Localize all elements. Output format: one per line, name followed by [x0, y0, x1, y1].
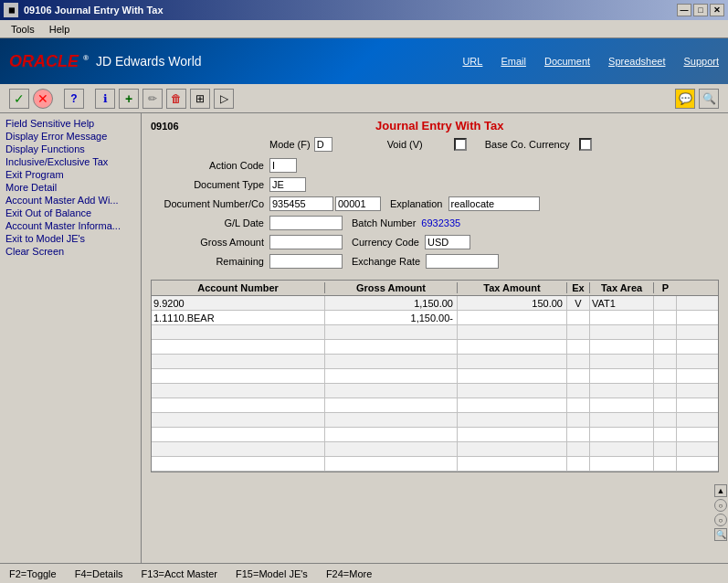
base-currency-label: Base Co. Currency — [485, 139, 570, 150]
info-button[interactable]: ℹ — [95, 89, 115, 109]
table-row[interactable]: 9.9200 1,150.00 150.00 V VAT1 — [152, 296, 718, 311]
add-button[interactable]: + — [119, 89, 139, 109]
mode-input[interactable] — [314, 137, 332, 152]
check-button[interactable]: ✓ — [9, 89, 29, 109]
scroll-up-btn[interactable]: ▲ — [714, 484, 727, 497]
action-code-input[interactable] — [269, 158, 297, 173]
nav-spreadsheet[interactable]: Spreadsheet — [608, 56, 665, 67]
sidebar-clear-screen[interactable]: Clear Screen — [2, 245, 139, 258]
menu-tools[interactable]: Tools — [4, 22, 42, 37]
cell-p-4 — [654, 355, 677, 368]
table-row[interactable]: 1.1110.BEAR 1,150.00- — [152, 311, 718, 325]
chat-button[interactable]: 💬 — [675, 89, 695, 109]
delete-button[interactable]: 🗑 — [166, 89, 186, 109]
shortcut-f13: F13=Acct Master — [142, 568, 217, 579]
sidebar-field-sensitive-help[interactable]: Field Sensitive Help — [2, 117, 139, 130]
window-icon: ◼ — [4, 3, 18, 17]
cell-tax-9 — [458, 428, 567, 441]
document-number-label: Document Number/Co — [151, 198, 269, 209]
base-currency-checkbox[interactable] — [579, 138, 592, 151]
form-id: 09106 — [151, 121, 179, 132]
title-bar: ◼ 09106 Journal Entry With Tax — □ ✕ — [0, 0, 728, 20]
minimize-button[interactable]: — — [677, 4, 691, 16]
scroll-circle1[interactable]: ○ — [714, 499, 727, 512]
exchange-rate-input[interactable] — [426, 254, 499, 269]
sidebar-inclusive-exclusive-tax[interactable]: Inclusive/Exclusive Tax — [2, 155, 139, 168]
currency-code-input[interactable] — [425, 235, 470, 249]
table-row[interactable] — [152, 413, 718, 428]
table-row[interactable] — [152, 384, 718, 398]
form-left-col: Action Code Document Type Document Numbe… — [151, 157, 719, 272]
table-row[interactable] — [152, 369, 718, 384]
toolbar: ✓ ✕ ? ℹ + ✏ 🗑 ⊞ ▷ 💬 🔍 — [0, 84, 728, 113]
cell-gross-7 — [325, 398, 458, 412]
nav-url[interactable]: URL — [462, 56, 482, 67]
copy-button[interactable]: ⊞ — [190, 89, 210, 109]
menu-help[interactable]: Help — [42, 22, 78, 37]
form-area: 09106 Journal Entry With Tax Mode (F) Vo… — [142, 113, 728, 563]
forward-button[interactable]: ▷ — [214, 89, 234, 109]
cell-tax-6 — [458, 384, 567, 398]
shortcut-f24: F24=More — [326, 568, 372, 579]
sidebar-account-master-add[interactable]: Account Master Add Wi... — [2, 194, 139, 207]
gross-amount-label: Gross Amount — [151, 237, 269, 248]
table-row[interactable] — [152, 442, 718, 457]
table-row[interactable] — [152, 355, 718, 369]
form-header: 09106 Journal Entry With Tax — [151, 119, 719, 132]
scrollbar: ▲ ○ ○ 🔍 — [713, 482, 728, 543]
nav-document[interactable]: Document — [544, 56, 590, 67]
cell-gross-2 — [325, 325, 458, 339]
cell-ex-5 — [567, 369, 590, 383]
edit-button[interactable]: ✏ — [142, 89, 163, 109]
sidebar-display-error[interactable]: Display Error Message — [2, 130, 139, 143]
sidebar-exit-program[interactable]: Exit Program — [2, 168, 139, 181]
col-tax-header: Tax Amount — [458, 282, 567, 293]
cell-p-5 — [654, 369, 677, 383]
remaining-row: Remaining Exchange Rate — [151, 253, 719, 270]
search-button[interactable]: 🔍 — [699, 89, 719, 109]
void-checkbox[interactable] — [454, 138, 467, 151]
table-row[interactable] — [152, 340, 718, 355]
close-button[interactable]: ✕ — [710, 4, 724, 16]
cell-gross-6 — [325, 384, 458, 398]
gl-date-input[interactable] — [269, 216, 343, 230]
data-table: Account Number Gross Amount Tax Amount E… — [151, 280, 719, 472]
oracle-text: ORACLE — [9, 52, 79, 70]
table-row[interactable] — [152, 457, 718, 472]
gl-date-label: G/L Date — [151, 217, 269, 228]
scroll-zoom[interactable]: 🔍 — [714, 528, 727, 541]
nav-email[interactable]: Email — [501, 56, 526, 67]
document-type-label: Document Type — [151, 179, 269, 190]
explanation-label: Explanation — [390, 198, 443, 209]
document-type-input[interactable] — [269, 177, 306, 192]
sidebar-more-detail[interactable]: More Detail — [2, 181, 139, 194]
nav-support[interactable]: Support — [683, 56, 719, 67]
cell-tax-2 — [458, 325, 567, 339]
table-row[interactable] — [152, 325, 718, 340]
cell-ex-7 — [567, 398, 590, 412]
cell-ex-11 — [567, 457, 590, 471]
col-taxarea-header: Tax Area — [590, 282, 654, 293]
cell-gross-0: 1,150.00 — [325, 296, 458, 310]
cancel-button[interactable]: ✕ — [33, 89, 53, 109]
remaining-input[interactable] — [269, 254, 343, 269]
sidebar-account-master-info[interactable]: Account Master Informa... — [2, 219, 139, 232]
exchange-rate-label: Exchange Rate — [352, 256, 420, 267]
maximize-button[interactable]: □ — [693, 4, 708, 16]
gross-amount-input[interactable] — [269, 235, 343, 249]
table-header: Account Number Gross Amount Tax Amount E… — [152, 281, 718, 296]
document-co-input[interactable] — [335, 196, 381, 211]
cell-account-2 — [152, 325, 325, 339]
document-number-input[interactable] — [269, 196, 333, 211]
table-row[interactable] — [152, 428, 718, 442]
sidebar-exit-model-je[interactable]: Exit to Model JE's — [2, 232, 139, 245]
help-button[interactable]: ? — [64, 89, 84, 109]
scroll-circle2[interactable]: ○ — [714, 514, 727, 526]
cell-p-8 — [654, 413, 677, 427]
action-code-row: Action Code — [151, 157, 719, 174]
cell-account-6 — [152, 384, 325, 398]
sidebar-exit-out-of-balance[interactable]: Exit Out of Balance — [2, 207, 139, 219]
explanation-input[interactable] — [448, 196, 540, 211]
sidebar-display-functions[interactable]: Display Functions — [2, 143, 139, 155]
table-row[interactable] — [152, 398, 718, 413]
